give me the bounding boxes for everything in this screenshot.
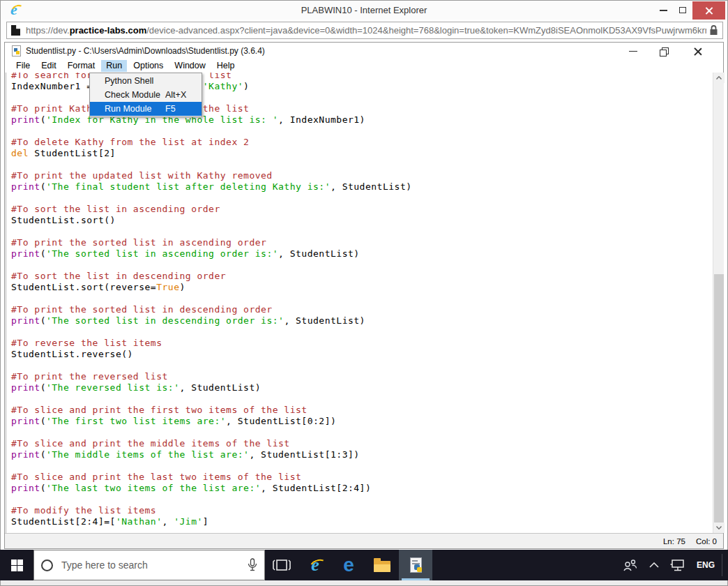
menu-item-label: Check Module bbox=[105, 90, 160, 100]
idle-statusbar: Ln: 75 Col: 0 bbox=[5, 533, 723, 548]
ie-maximize-button[interactable] bbox=[673, 1, 692, 20]
status-line: Ln: 75 bbox=[663, 537, 685, 546]
start-button[interactable] bbox=[0, 550, 33, 580]
menu-item-label: Run Module bbox=[105, 104, 151, 114]
menu-item-python-shell[interactable]: Python Shell bbox=[90, 74, 202, 88]
idle-restore-button[interactable] bbox=[652, 43, 676, 59]
code-line: StudentList.sort(reverse=True) bbox=[11, 282, 412, 293]
menu-file[interactable]: File bbox=[11, 60, 35, 72]
code-line: print('The first two list items are:', S… bbox=[11, 416, 412, 427]
code-line: print('Index for Kathy in the whole list… bbox=[11, 114, 412, 126]
code-line: #To print the reversed list bbox=[11, 371, 412, 382]
idle-window: Studentlist.py - C:\Users\Admin\Download… bbox=[4, 42, 724, 549]
minimize-icon bbox=[629, 51, 637, 52]
menu-window[interactable]: Window bbox=[169, 60, 210, 72]
python-file-icon bbox=[12, 45, 21, 57]
code-line: print('The middle items of the list are:… bbox=[11, 449, 412, 460]
idle-titlebar: Studentlist.py - C:\Users\Admin\Download… bbox=[5, 43, 723, 59]
idle-minimize-button[interactable] bbox=[621, 43, 645, 59]
menu-item-label: Python Shell bbox=[105, 76, 153, 86]
code-line: #To print the updated list with Kathy re… bbox=[11, 170, 412, 181]
code-line: StudentList.sort() bbox=[11, 215, 412, 226]
idle-close-button[interactable] bbox=[685, 43, 709, 59]
menu-item-check-module[interactable]: Check Module Alt+X bbox=[90, 88, 202, 102]
code-line bbox=[11, 226, 412, 237]
cortana-icon bbox=[41, 559, 53, 571]
code-line: #To slice and print the last two items o… bbox=[11, 472, 412, 483]
menu-run[interactable]: Run bbox=[101, 60, 127, 72]
windows-logo-icon bbox=[11, 559, 23, 571]
code-line: del StudentList[2] bbox=[11, 148, 412, 159]
language-indicator[interactable]: ENG bbox=[690, 550, 722, 580]
code-line: print('The last two items of the list ar… bbox=[11, 483, 412, 494]
chevron-up-icon bbox=[716, 76, 722, 80]
code-line bbox=[11, 293, 412, 304]
scroll-down-button[interactable] bbox=[713, 523, 725, 533]
code-line: IndexNumber1 = StudentList.index('Kathy'… bbox=[11, 81, 412, 92]
taskbar-python-idle-active[interactable] bbox=[399, 550, 432, 580]
maximize-icon bbox=[679, 7, 686, 13]
microphone-icon[interactable] bbox=[248, 558, 257, 572]
internet-explorer-icon: e bbox=[311, 556, 319, 574]
chevron-down-icon bbox=[716, 526, 722, 529]
url-text[interactable]: https://dev.practice-labs.com/device-adv… bbox=[26, 25, 706, 36]
screen: e PLABWIN10 - Internet Explorer https://… bbox=[0, 0, 728, 586]
code-line bbox=[11, 126, 412, 137]
url-domain: practice-labs.com bbox=[70, 25, 147, 36]
menu-options[interactable]: Options bbox=[128, 60, 168, 72]
network-button[interactable] bbox=[666, 550, 690, 580]
taskbar: Type here to search e e bbox=[0, 550, 728, 580]
code-line: #To sort the list in ascending order bbox=[11, 204, 412, 215]
code-line bbox=[11, 92, 412, 103]
menu-format[interactable]: Format bbox=[63, 60, 100, 72]
ie-window-title: PLABWIN10 - Internet Explorer bbox=[1, 5, 727, 15]
file-explorer-icon bbox=[374, 561, 390, 572]
people-button[interactable] bbox=[619, 550, 642, 580]
menu-item-run-module[interactable]: Run Module F5 bbox=[90, 102, 202, 116]
code-line bbox=[11, 427, 412, 438]
taskbar-file-explorer[interactable] bbox=[365, 550, 399, 580]
menu-help[interactable]: Help bbox=[212, 60, 240, 72]
code-line bbox=[11, 494, 412, 505]
menu-item-shortcut: F5 bbox=[165, 102, 176, 116]
edge-icon: e bbox=[343, 555, 354, 575]
code-line: print('The reversed list is:', StudentLi… bbox=[11, 382, 412, 393]
ie-minimize-button[interactable] bbox=[653, 1, 673, 20]
url-scheme: https://dev. bbox=[26, 25, 70, 36]
show-desktop-button[interactable] bbox=[722, 550, 728, 580]
code-line bbox=[11, 260, 412, 271]
python-idle-icon bbox=[410, 557, 422, 573]
ie-close-button[interactable] bbox=[692, 1, 725, 20]
task-view-button[interactable] bbox=[265, 550, 298, 580]
taskbar-tray: ENG bbox=[619, 550, 728, 580]
code-line: #To print the sorted list in ascending o… bbox=[11, 237, 412, 248]
site-favicon bbox=[11, 25, 20, 36]
close-icon bbox=[693, 47, 702, 55]
scroll-up-button[interactable] bbox=[713, 73, 725, 83]
code-line bbox=[11, 326, 412, 338]
code-line bbox=[11, 393, 412, 405]
code-line bbox=[11, 360, 412, 371]
ie-titlebar: e PLABWIN10 - Internet Explorer bbox=[1, 1, 727, 20]
run-dropdown-menu: Python Shell Check Module Alt+X Run Modu… bbox=[89, 73, 202, 117]
taskbar-edge[interactable]: e bbox=[332, 550, 365, 580]
url-path: /device-advanced.aspx?client=java&device… bbox=[146, 25, 706, 36]
scrollbar-thumb[interactable] bbox=[714, 274, 724, 523]
people-icon bbox=[623, 559, 638, 571]
restore-icon bbox=[660, 47, 668, 55]
code-line: #To search for Kathy in the whole list bbox=[11, 73, 412, 81]
menu-edit[interactable]: Edit bbox=[36, 60, 61, 72]
task-view-icon bbox=[273, 559, 291, 571]
network-icon bbox=[670, 559, 685, 571]
code-line: StudentList[2:4]=['Nathan', 'Jim'] bbox=[11, 516, 412, 527]
code-line: #To sort the list in descending order bbox=[11, 271, 412, 282]
taskbar-internet-explorer[interactable]: e bbox=[298, 550, 332, 580]
address-bar[interactable]: https://dev.practice-labs.com/device-adv… bbox=[6, 22, 723, 39]
vertical-scrollbar[interactable] bbox=[713, 73, 724, 533]
minimize-icon bbox=[660, 10, 667, 11]
chevron-up-icon bbox=[649, 562, 659, 568]
tray-expand-button[interactable] bbox=[642, 550, 666, 580]
code-editor[interactable]: #To search for Kathy in the whole listIn… bbox=[6, 73, 713, 533]
ie-url-row: https://dev.practice-labs.com/device-adv… bbox=[1, 20, 727, 40]
taskbar-search-box[interactable]: Type here to search bbox=[33, 550, 265, 580]
